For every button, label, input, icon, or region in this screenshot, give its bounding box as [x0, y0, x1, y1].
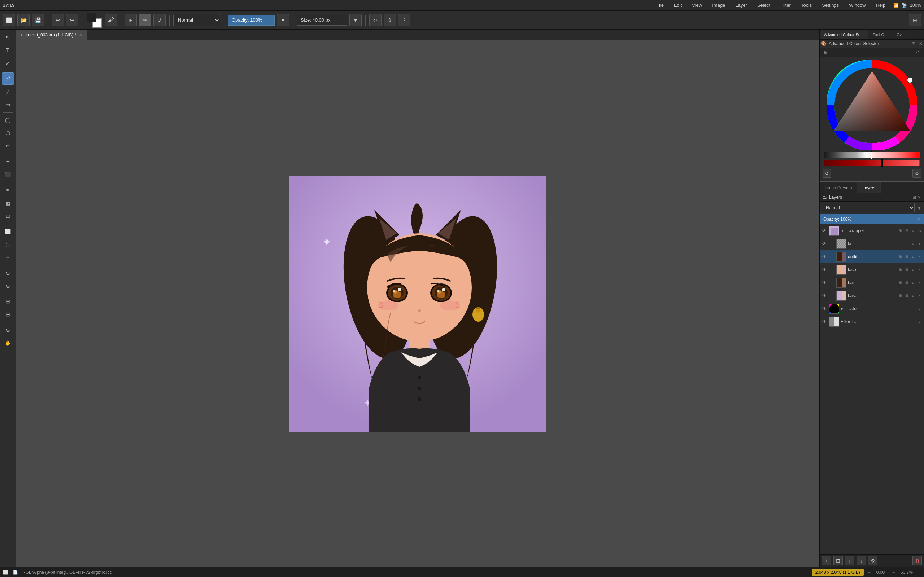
select-ellipse-btn[interactable]: ◌	[2, 239, 14, 251]
zoom-in-btn[interactable]: +	[919, 570, 921, 575]
menu-help[interactable]: Help	[874, 2, 888, 9]
outfit-ctrl-1[interactable]: ⊞	[897, 254, 903, 259]
layer-vis-wrapper[interactable]: 👁	[821, 227, 828, 234]
layer-row-filter[interactable]: 👁 Filter L... α	[820, 315, 924, 328]
multibrush-tool-btn[interactable]: ✦	[2, 155, 14, 168]
menu-view[interactable]: View	[690, 2, 704, 9]
move-tool-btn[interactable]: ↖	[2, 31, 14, 43]
foreground-color-box[interactable]	[87, 13, 96, 22]
face-ctrl-3[interactable]: α	[910, 267, 916, 272]
colour-wheel-container[interactable]	[827, 60, 917, 150]
layer-row-la[interactable]: 👁 la α ≡	[820, 237, 924, 250]
layers-expand-btn[interactable]: ⊞	[913, 195, 916, 200]
base-ctrl-2[interactable]: ⊟	[904, 293, 909, 298]
status-dimensions[interactable]: 2,048 x 2,048 (1.1 GiB)	[812, 569, 864, 575]
mirror-v-btn[interactable]: ⇕	[384, 14, 396, 26]
menu-edit[interactable]: Edit	[672, 2, 684, 9]
menu-layer[interactable]: Layer	[733, 2, 749, 9]
layer-vis-filter[interactable]: 👁	[821, 318, 828, 325]
brush-editor-btn[interactable]: ✏	[139, 14, 151, 26]
layer-row-wrapper[interactable]: 👁 ▼ wrapper ⊞ ⊟ α fx	[820, 224, 924, 237]
menu-settings[interactable]: Settings	[820, 2, 841, 9]
layer-vis-hair[interactable]: 👁	[821, 279, 828, 286]
freehand-select-btn[interactable]: ⊙	[2, 267, 14, 279]
tab-close-btn[interactable]: ✕	[79, 32, 82, 37]
rotation-minus-btn[interactable]: −	[868, 570, 871, 575]
colour-selector-expand-btn[interactable]: ⊞	[912, 41, 915, 46]
layer-icon-fx[interactable]: fx	[917, 228, 922, 234]
layer-icon-1[interactable]: ⊞	[897, 228, 903, 234]
menu-window[interactable]: Window	[847, 2, 868, 9]
select-rect-btn[interactable]: ⬜	[2, 226, 14, 238]
brush-tool-btn[interactable]: 🖊	[2, 73, 14, 85]
ellipse-tool-btn[interactable]: ◯	[2, 114, 14, 126]
menu-file[interactable]: File	[654, 2, 666, 9]
brush-presets-btn[interactable]: ⊞	[124, 14, 137, 26]
blend-mode-select[interactable]: Normal	[173, 14, 220, 26]
base-ctrl-1[interactable]: ⊞	[897, 293, 903, 298]
outfit-ctrl-4[interactable]: ≡	[917, 254, 922, 259]
opacity-dropdown-btn[interactable]: ▼	[277, 14, 289, 26]
colour-reset-btn[interactable]: ↺	[822, 169, 831, 178]
more-options-btn[interactable]: ⋮	[398, 14, 410, 26]
panel-tab-colour[interactable]: Advanced Colour Se...	[820, 29, 868, 39]
la-ctrl-1[interactable]: α	[910, 241, 916, 247]
colour-refresh-btn[interactable]: ↺	[914, 48, 922, 56]
zoom-tool-btn[interactable]: ⊕	[2, 324, 14, 336]
layers-blend-select[interactable]: Normal	[822, 203, 914, 213]
outfit-ctrl-3[interactable]: α	[910, 254, 916, 259]
hair-ctrl-3[interactable]: α	[910, 280, 916, 285]
fill-tool-btn[interactable]: ⬛	[2, 168, 14, 181]
open-btn[interactable]: 📂	[17, 14, 30, 26]
add-layer-btn[interactable]: +	[822, 556, 831, 566]
colour-settings-btn[interactable]: ⚙	[913, 169, 921, 178]
menu-filter[interactable]: Filter	[778, 2, 793, 9]
smart-patch-btn[interactable]: ⊡	[2, 210, 14, 222]
mirror-h-btn[interactable]: ⇔	[369, 14, 381, 26]
brush-settings-btn[interactable]: 🖌	[105, 14, 117, 26]
filter-ctrl-1[interactable]: α	[917, 319, 922, 324]
line-tool-btn[interactable]: ╱	[2, 85, 14, 98]
face-ctrl-1[interactable]: ⊞	[897, 267, 903, 272]
layer-row-outfit[interactable]: 👁 outfit ⊞ ⊟ α ≡	[820, 250, 924, 263]
layers-filter-btn[interactable]: ▼	[917, 205, 922, 211]
layer-row-base[interactable]: 👁 base ⊞ ⊟ α ≡	[820, 289, 924, 302]
layer-vis-color[interactable]: 👁	[821, 305, 828, 312]
rect-tool-btn[interactable]: ▭	[2, 98, 14, 111]
hair-ctrl-1[interactable]: ⊞	[897, 280, 903, 285]
eyedropper-btn[interactable]: ✒	[2, 184, 14, 196]
layer-group-toggle-wrapper[interactable]: ▼	[841, 229, 847, 233]
delete-layer-btn[interactable]: 🗑	[913, 556, 922, 566]
colour-bar[interactable]	[824, 152, 920, 158]
menu-image[interactable]: Image	[710, 2, 727, 9]
add-group-btn[interactable]: ⊞	[834, 556, 843, 566]
layer-icon-2[interactable]: ⊟	[904, 228, 909, 234]
layer-row-color[interactable]: 👁 ▶ color α	[820, 302, 924, 315]
panel-toggle-btn[interactable]: ⊞	[909, 14, 921, 26]
document-tab[interactable]: ● kuro-tt_003.kra (1.1 GiB) * ✕	[16, 29, 87, 40]
pan-tool-btn[interactable]: ✋	[2, 337, 14, 349]
colour-wheel-svg[interactable]	[827, 60, 917, 150]
canvas[interactable]: ✦ ✦ ✦	[289, 176, 546, 432]
base-ctrl-3[interactable]: α	[910, 293, 916, 298]
colour-bar-2[interactable]	[824, 160, 920, 166]
color-ctrl-1[interactable]: α	[917, 306, 922, 311]
transform-tool-btn[interactable]: ⤢	[2, 57, 14, 69]
move-layer-up-btn[interactable]: ↑	[845, 556, 855, 566]
layers-close-btn[interactable]: ✕	[918, 195, 921, 200]
similar-select-btn[interactable]: ⊕	[2, 280, 14, 292]
save-btn[interactable]: 💾	[32, 14, 44, 26]
face-ctrl-4[interactable]: ≡	[917, 267, 922, 272]
layers-opacity-menu-btn[interactable]: ≡	[917, 216, 921, 222]
menu-select[interactable]: Select	[755, 2, 772, 9]
move-layer-down-btn[interactable]: ↓	[856, 556, 866, 566]
reference-tool-btn[interactable]: ⊟	[2, 308, 14, 321]
layer-vis-base[interactable]: 👁	[821, 292, 828, 299]
freehand-tool-btn[interactable]: ⊂	[2, 140, 14, 152]
layer-vis-outfit[interactable]: 👁	[821, 253, 828, 260]
layer-vis-la[interactable]: 👁	[821, 240, 828, 247]
crop-tool-btn[interactable]: ⊞	[2, 295, 14, 308]
menu-tools[interactable]: Tools	[799, 2, 814, 9]
la-ctrl-2[interactable]: ≡	[917, 241, 922, 247]
colour-history-btn[interactable]: ⊞	[822, 48, 830, 56]
